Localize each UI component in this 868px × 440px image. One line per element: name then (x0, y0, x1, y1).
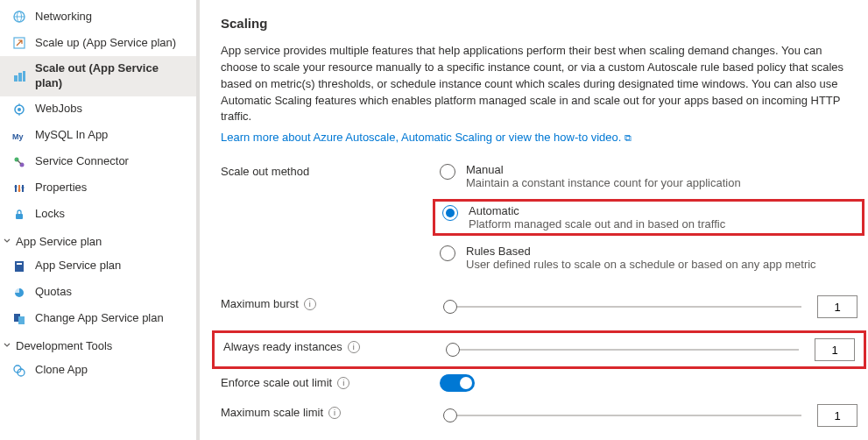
svg-rect-22 (15, 261, 24, 272)
networking-icon (12, 10, 26, 24)
sidebar-item-properties[interactable]: Properties (0, 175, 196, 202)
page-title: Scaling (221, 16, 857, 31)
slider-thumb[interactable] (446, 343, 460, 357)
info-icon[interactable]: i (328, 407, 341, 419)
chevron-down-icon (2, 237, 12, 245)
sidebar-item-label: Change App Service plan (35, 311, 164, 326)
radio-automatic-title: Automatic (469, 204, 725, 217)
enforce-limit-toggle[interactable] (440, 374, 475, 392)
svg-line-14 (18, 160, 21, 164)
svg-rect-4 (14, 75, 18, 82)
sidebar-item-label: Quotas (35, 285, 72, 300)
always-ready-input[interactable] (815, 338, 855, 361)
sidebar-item-locks[interactable]: Locks (0, 202, 196, 228)
connector-icon (12, 155, 26, 169)
radio-automatic-desc: Platform managed scale out and in based … (469, 217, 725, 231)
radio-manual-title: Manual (466, 163, 741, 176)
svg-point-18 (15, 185, 18, 188)
sidebar-item-label: Scale up (App Service plan) (35, 36, 176, 51)
radio-option-automatic[interactable]: Automatic Platform managed scale out and… (433, 199, 864, 236)
radio-rules-title: Rules Based (466, 245, 816, 258)
radio-automatic[interactable] (442, 205, 458, 221)
sidebar-item-label: Clone App (35, 363, 88, 378)
info-icon[interactable]: i (337, 377, 349, 389)
learn-more-link[interactable]: Learn more about Azure Autoscale, Automa… (221, 131, 632, 144)
sidebar-item-quotas[interactable]: Quotas (0, 280, 196, 306)
sidebar-item-networking[interactable]: Networking (0, 4, 196, 30)
scaling-description: App service provides multiple features t… (221, 43, 857, 125)
radio-option-manual[interactable]: Manual Maintain a constant instance coun… (440, 163, 857, 189)
sidebar: Networking Scale up (App Service plan) S… (0, 0, 196, 440)
sidebar-item-change-plan[interactable]: Change App Service plan (0, 306, 196, 332)
change-plan-icon (12, 312, 26, 326)
svg-rect-25 (18, 316, 25, 324)
svg-rect-6 (23, 71, 25, 82)
slider-thumb[interactable] (443, 408, 457, 422)
max-scale-input[interactable] (817, 404, 857, 427)
svg-rect-23 (17, 263, 22, 265)
sidebar-item-label: Service Connector (35, 154, 129, 169)
svg-rect-5 (18, 73, 22, 82)
svg-text:My: My (12, 132, 24, 141)
scale-method-label: Scale out method (221, 163, 440, 178)
sidebar-item-label: Scale out (App Service plan) (35, 61, 187, 91)
sidebar-item-label: MySQL In App (35, 128, 108, 143)
radio-rules-desc: User defined rules to scale on a schedul… (466, 258, 816, 271)
enforce-limit-label: Enforce scale out limit (221, 376, 332, 389)
learn-more-text: Learn more about Azure Autoscale, Automa… (221, 131, 621, 144)
quotas-icon (12, 286, 26, 300)
sidebar-item-label: App Service plan (35, 259, 121, 273)
sidebar-item-label: WebJobs (35, 102, 82, 117)
max-burst-input[interactable] (817, 295, 857, 318)
always-ready-label: Always ready instances (223, 340, 342, 353)
max-scale-slider[interactable] (443, 415, 801, 416)
max-burst-slider[interactable] (443, 306, 801, 308)
svg-point-8 (18, 108, 21, 111)
max-burst-label: Maximum burst (221, 297, 299, 310)
sidebar-group-label: App Service plan (16, 235, 102, 248)
svg-rect-21 (16, 214, 23, 219)
sidebar-group-dev-tools[interactable]: Development Tools (0, 332, 196, 358)
sidebar-item-scale-out[interactable]: Scale out (App Service plan) (0, 56, 196, 96)
mysql-icon: My (12, 129, 26, 143)
sidebar-item-clone-app[interactable]: Clone App (0, 358, 196, 384)
sidebar-item-webjobs[interactable]: WebJobs (0, 96, 196, 123)
max-scale-limit-label: Maximum scale limit (221, 406, 323, 419)
chevron-down-icon (2, 341, 12, 350)
sidebar-item-label: Networking (35, 10, 92, 25)
main-panel: Scaling App service provides multiple fe… (200, 0, 868, 440)
info-icon[interactable]: i (304, 298, 316, 310)
radio-manual[interactable] (440, 164, 455, 180)
svg-point-19 (18, 188, 21, 191)
radio-rules[interactable] (440, 245, 455, 261)
external-link-icon: ⧉ (625, 132, 632, 143)
scale-out-icon (12, 69, 26, 83)
radio-manual-desc: Maintain a constant instance count for y… (466, 176, 741, 189)
svg-point-20 (22, 186, 25, 188)
slider-thumb[interactable] (443, 300, 457, 314)
sidebar-item-label: Properties (35, 181, 87, 195)
radio-option-rules[interactable]: Rules Based User defined rules to scale … (440, 245, 857, 271)
properties-icon (12, 181, 26, 195)
info-icon[interactable]: i (348, 341, 360, 353)
webjobs-icon (12, 103, 26, 117)
sidebar-item-label: Locks (35, 207, 65, 222)
always-ready-slider[interactable] (446, 349, 799, 351)
sidebar-item-service-connector[interactable]: Service Connector (0, 149, 196, 175)
plan-icon (12, 259, 26, 273)
scale-up-icon (12, 36, 26, 50)
sidebar-group-app-service-plan[interactable]: App Service plan (0, 228, 196, 253)
sidebar-item-mysql[interactable]: My MySQL In App (0, 123, 196, 149)
clone-icon (12, 364, 26, 378)
sidebar-group-label: Development Tools (16, 339, 112, 352)
sidebar-item-scale-up[interactable]: Scale up (App Service plan) (0, 30, 196, 56)
sidebar-item-app-service-plan[interactable]: App Service plan (0, 253, 196, 280)
lock-icon (12, 208, 26, 222)
